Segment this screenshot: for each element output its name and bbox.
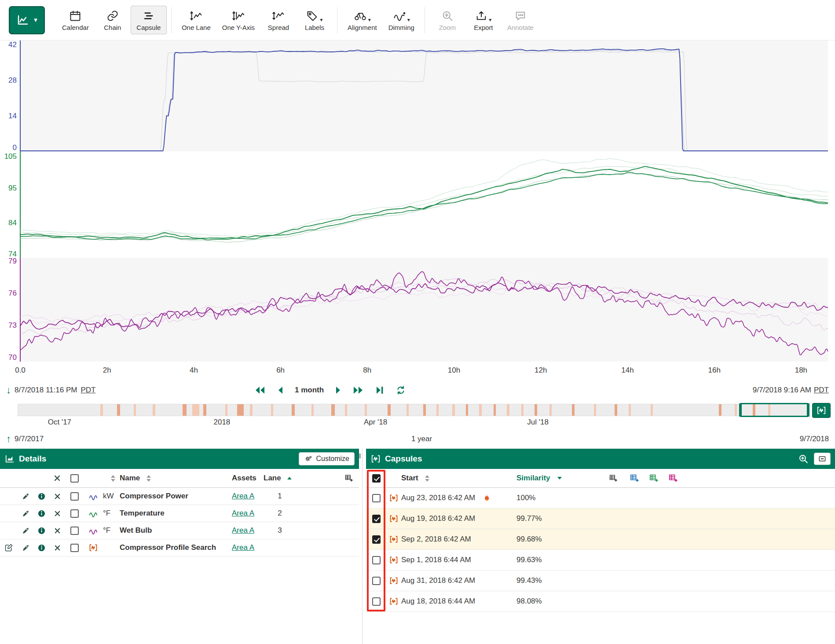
- panel-resize-handle[interactable]: ‖: [359, 452, 362, 460]
- capsule-mark: [615, 404, 617, 416]
- step-size-label[interactable]: 1 month: [295, 386, 324, 395]
- toolbar-item-calendar[interactable]: Calendar: [56, 6, 95, 34]
- x-axis-tick: 8h: [363, 366, 371, 375]
- display-range-selector[interactable]: [740, 403, 809, 417]
- sort-icon[interactable]: [425, 475, 429, 482]
- step-back-icon[interactable]: [277, 386, 283, 395]
- capsule-row[interactable]: Aug 19, 2018 6:42 AM 99.77%: [366, 509, 835, 529]
- row-checkbox[interactable]: [70, 492, 79, 501]
- asset-link[interactable]: Area A: [232, 492, 254, 500]
- details-column-name[interactable]: Name: [120, 474, 140, 483]
- explore-icon[interactable]: [18, 527, 33, 535]
- collapse-panel-button[interactable]: [814, 453, 831, 465]
- refresh-icon[interactable]: [396, 386, 406, 395]
- remove-all-icon[interactable]: [49, 475, 65, 482]
- selector-right-handle[interactable]: [807, 403, 809, 417]
- capsules-column-similarity[interactable]: Similarity: [516, 474, 550, 483]
- edit-icon[interactable]: [0, 543, 18, 552]
- capsule-checkbox[interactable]: [372, 494, 381, 502]
- capsule-checkbox[interactable]: [372, 577, 381, 585]
- investigate-start-arrow-icon[interactable]: ↓: [6, 384, 11, 396]
- timebar-track[interactable]: [18, 404, 809, 416]
- investigate-range-label[interactable]: 1 year: [44, 435, 800, 443]
- toolbar-item-chain[interactable]: Chain: [95, 6, 131, 34]
- row-checkbox[interactable]: [70, 527, 79, 535]
- row-checkbox[interactable]: [70, 509, 79, 518]
- asset-link[interactable]: Area A: [232, 543, 254, 552]
- toolbar-item-capsule[interactable]: Capsule: [131, 6, 167, 34]
- remove-icon[interactable]: [49, 545, 65, 551]
- details-row[interactable]: °F Temperature Area A 2: [0, 505, 359, 522]
- asset-link[interactable]: Area A: [232, 526, 254, 534]
- step-forward-icon[interactable]: [335, 386, 341, 395]
- toolbar-item-one-y-axis[interactable]: One Y-Axis: [216, 6, 260, 34]
- condition-name[interactable]: Compressor Profile Search: [120, 543, 232, 552]
- explore-icon[interactable]: [18, 544, 33, 552]
- investigate-start-date[interactable]: 9/7/2017: [15, 435, 44, 443]
- trend-view-dropdown-button[interactable]: ▼: [9, 6, 45, 34]
- toolbar-item-labels[interactable]: ▾ Labels: [297, 6, 333, 34]
- row-checkbox[interactable]: [70, 544, 79, 552]
- lane-compressor-power[interactable]: 4228140: [8, 40, 828, 152]
- details-column-lane[interactable]: Lane: [264, 474, 281, 483]
- details-row[interactable]: Compressor Profile Search Area A: [0, 539, 359, 556]
- signal-name[interactable]: Wet Bulb: [120, 526, 232, 535]
- timezone-link[interactable]: PDT: [81, 386, 95, 395]
- capsule-checkbox[interactable]: [372, 556, 381, 564]
- explore-icon[interactable]: [18, 492, 33, 501]
- selector-left-handle[interactable]: [739, 403, 742, 417]
- remove-icon[interactable]: [49, 493, 65, 500]
- timezone-link[interactable]: PDT: [814, 386, 829, 395]
- customize-button[interactable]: Customize: [299, 452, 355, 465]
- capsule-checkbox[interactable]: [372, 597, 381, 606]
- remove-icon[interactable]: [49, 510, 65, 517]
- add-signal-column-icon[interactable]: [629, 473, 640, 483]
- capsule-checkbox[interactable]: [372, 515, 381, 523]
- toolbar-item-export[interactable]: ▾ Export: [465, 6, 502, 34]
- info-icon[interactable]: [33, 492, 49, 501]
- capsule-checkbox[interactable]: [372, 535, 381, 544]
- step-forward-double-icon[interactable]: [353, 386, 364, 395]
- display-end-datetime[interactable]: 9/7/2018 9:16 AM: [753, 386, 811, 395]
- signal-name[interactable]: Temperature: [120, 509, 232, 518]
- details-column-assets[interactable]: Assets: [232, 474, 264, 483]
- sort-icon[interactable]: [146, 475, 151, 482]
- toolbar-item-one-lane[interactable]: One Lane: [176, 6, 216, 34]
- remove-icon[interactable]: [49, 527, 65, 534]
- details-select-all-checkbox[interactable]: [70, 474, 79, 483]
- capsule-row[interactable]: Sep 2, 2018 6:42 AM 99.68%: [366, 529, 835, 550]
- display-start-datetime[interactable]: 8/7/2018 11:16 PM: [15, 386, 77, 395]
- toolbar-item-spread[interactable]: Spread: [260, 6, 297, 34]
- info-icon[interactable]: [33, 509, 49, 518]
- add-stat-column-icon[interactable]: [648, 473, 659, 483]
- timebar-capsule-toggle-button[interactable]: [812, 403, 831, 418]
- zoom-to-capsules-icon[interactable]: [797, 453, 809, 465]
- investigate-end-date[interactable]: 9/7/2018: [800, 435, 835, 443]
- lane-wet-bulb[interactable]: 79767370: [8, 257, 828, 362]
- toolbar-item-alignment[interactable]: ▾ Alignment: [342, 6, 383, 34]
- capsules-column-start[interactable]: Start: [401, 474, 418, 483]
- lane-temperature[interactable]: 105958474: [4, 151, 828, 258]
- trend-chart-svg[interactable]: 422814010595847479767370: [0, 40, 835, 362]
- add-column-icon[interactable]: [600, 474, 626, 483]
- explore-icon[interactable]: [18, 509, 33, 518]
- add-column-icon[interactable]: [339, 474, 359, 483]
- capsule-row[interactable]: Aug 23, 2018 6:42 AM 100%: [366, 488, 835, 509]
- investigate-range-arrow-icon[interactable]: ↑: [6, 433, 11, 445]
- details-row[interactable]: kW Compressor Power Area A 1: [0, 488, 359, 505]
- info-icon[interactable]: [33, 527, 49, 535]
- toolbar-item-dimming[interactable]: ▾ Dimming: [383, 6, 420, 34]
- asset-link[interactable]: Area A: [232, 509, 254, 517]
- capsules-select-all-checkbox[interactable]: [372, 474, 381, 483]
- add-property-column-icon[interactable]: [668, 473, 678, 483]
- step-to-end-icon[interactable]: [376, 386, 385, 395]
- trend-chart-area[interactable]: 422814010595847479767370 0.02h4h6h8h10h1…: [0, 40, 835, 380]
- capsule-row[interactable]: Sep 1, 2018 6:44 AM 99.63%: [366, 550, 835, 571]
- details-row[interactable]: °F Wet Bulb Area A 3: [0, 522, 359, 539]
- sort-icon[interactable]: [103, 475, 120, 482]
- step-back-double-icon[interactable]: [254, 386, 266, 395]
- signal-name[interactable]: Compressor Power: [120, 492, 232, 501]
- capsule-row[interactable]: Aug 31, 2018 6:42 AM 99.43%: [366, 571, 835, 591]
- info-icon[interactable]: [33, 544, 49, 552]
- capsule-row[interactable]: Aug 18, 2018 6:44 AM 98.08%: [366, 591, 835, 612]
